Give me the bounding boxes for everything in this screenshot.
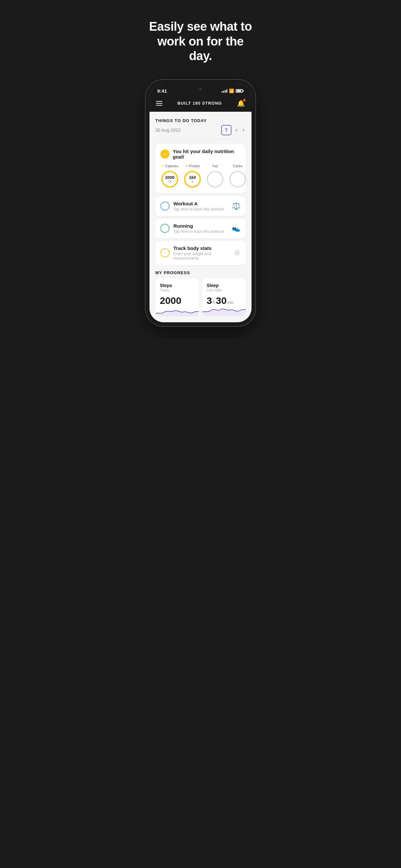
battery-body	[236, 89, 243, 93]
workout-icon: ⚖️	[232, 202, 241, 210]
task-sub-workout: Tap here to track this workout	[174, 207, 228, 212]
notifications-button[interactable]: 🔔	[237, 99, 245, 107]
wifi-icon: 📶	[229, 89, 234, 93]
task-circle-running	[160, 224, 169, 233]
notch-dot	[199, 87, 202, 90]
app-header: BUILT 180 STRONG 🔔	[150, 96, 251, 112]
steps-card: Steps Today 2000	[155, 278, 199, 316]
phone-screen: 9:41 📶	[150, 84, 251, 322]
task-name-stats: Track body stats	[174, 245, 229, 251]
sleep-sub: Last night	[207, 288, 241, 292]
progress-cards: Steps Today 2000	[155, 278, 246, 316]
task-circle-workout	[160, 202, 169, 211]
protein-value: 164	[189, 175, 196, 180]
status-bar: 9:41 📶	[150, 84, 251, 96]
task-circle-stats	[160, 248, 169, 257]
things-to-do-title: THINGS TO DO TODAY	[155, 118, 246, 123]
calories-label: ★ Calories	[161, 164, 178, 168]
today-button[interactable]: T	[221, 125, 232, 135]
task-body-stats[interactable]: Track body stats Enter your weight and m…	[155, 241, 246, 265]
nutrition-calories: ★ Calories 2000 cal	[160, 164, 179, 189]
calories-label-text: Calories	[165, 164, 178, 168]
protein-ring: 164 g	[183, 170, 202, 189]
task-sub-running: Tap here to track this workout	[174, 229, 228, 234]
svg-point-4	[207, 172, 223, 187]
calories-value: 2000	[165, 175, 175, 180]
protein-label: ★ Protein	[185, 164, 200, 168]
signal-bars-icon	[221, 89, 227, 93]
app-title: BUILT 180 STRONG	[178, 101, 222, 105]
sleep-card: Sleep Last night 3 h 30 min	[202, 278, 246, 316]
hamburger-menu[interactable]	[156, 101, 162, 105]
nutrition-carbs: Carbs	[228, 164, 247, 189]
hero-section: Easily see what to work on for the day.	[134, 0, 267, 80]
steps-sparkline	[155, 303, 199, 316]
task-workout-a[interactable]: Workout A Tap here to track this workout…	[155, 196, 246, 216]
hamburger-line-1	[156, 101, 162, 102]
app-content: THINGS TO DO TODAY 30 Aug 2022 T ‹ › ✓ Y…	[150, 112, 251, 322]
task-name-workout: Workout A	[174, 201, 228, 206]
status-time: 9:41	[157, 88, 167, 94]
sleep-sparkline-svg	[202, 303, 246, 316]
date-controls: T ‹ ›	[221, 125, 246, 135]
signal-bar-2	[223, 91, 224, 93]
protein-label-text: Protein	[189, 164, 200, 168]
nutrition-protein: ★ Protein 164 g	[183, 164, 202, 189]
sleep-sparkline	[202, 303, 246, 316]
signal-bar-3	[225, 90, 226, 93]
nutrition-fat: Fat	[206, 164, 224, 189]
next-day-button[interactable]: ›	[241, 125, 246, 135]
protein-star: ★	[185, 164, 188, 167]
task-running[interactable]: Running Tap here to track this workout 👟	[155, 219, 246, 238]
fat-label-text: Fat	[212, 164, 218, 168]
calories-ring: 2000 cal	[160, 170, 179, 189]
steps-sub: Today	[160, 288, 194, 292]
date-display: 30 Aug 2022	[155, 128, 181, 133]
fat-ring	[206, 170, 224, 189]
notification-badge	[243, 99, 246, 101]
hamburger-line-2	[156, 103, 162, 104]
notch	[181, 84, 220, 93]
carbs-ring-svg	[228, 170, 247, 189]
protein-unit: g	[189, 180, 196, 183]
task-info-running: Running Tap here to track this workout	[174, 223, 228, 234]
protein-value-inner: 164 g	[189, 175, 196, 183]
battery-fill	[237, 90, 241, 92]
hero-headline: Easily see what to work on for the day.	[134, 0, 267, 80]
calories-star: ★	[161, 164, 164, 167]
fat-label: Fat	[212, 164, 218, 168]
svg-point-5	[230, 172, 245, 187]
task-name-running: Running	[174, 223, 228, 228]
fat-ring-svg	[206, 170, 224, 189]
task-sub-stats: Enter your weight and measurements	[174, 252, 229, 260]
prev-day-button[interactable]: ‹	[234, 125, 239, 135]
carbs-label-text: Carbs	[233, 164, 242, 168]
nutrition-circles: ★ Calories 2000 cal	[160, 164, 241, 189]
battery-tip	[243, 90, 244, 92]
steps-sparkline-svg	[155, 303, 199, 316]
status-icons: 📶	[221, 89, 244, 93]
my-progress-title: MY PROGRESS	[155, 270, 246, 275]
signal-bar-1	[221, 91, 222, 93]
scale-icon: 🖥	[234, 249, 241, 257]
running-icon: 👟	[232, 224, 241, 232]
signal-bar-4	[226, 89, 227, 93]
nutrition-card: ✓ You hit your daily nutrition goal! ★ C…	[155, 144, 246, 193]
nutrition-goal-text: You hit your daily nutrition goal!	[173, 149, 241, 159]
sleep-title: Sleep	[207, 283, 241, 288]
steps-title: Steps	[160, 283, 194, 288]
hamburger-line-3	[156, 105, 162, 105]
date-row: 30 Aug 2022 T ‹ ›	[155, 125, 246, 140]
nutrition-check-icon: ✓	[160, 150, 169, 159]
phone-wrapper: 9:41 📶	[134, 80, 267, 339]
my-progress-section: MY PROGRESS Steps Today 2000	[155, 270, 246, 316]
nutrition-header: ✓ You hit your daily nutrition goal!	[160, 149, 241, 159]
calories-unit: cal	[165, 180, 175, 183]
task-info-workout: Workout A Tap here to track this workout	[174, 201, 228, 212]
battery-icon	[236, 89, 244, 93]
task-info-stats: Track body stats Enter your weight and m…	[174, 245, 229, 260]
carbs-ring	[228, 170, 247, 189]
calories-value-inner: 2000 cal	[165, 175, 175, 183]
phone-frame: 9:41 📶	[146, 80, 255, 326]
carbs-label: Carbs	[233, 164, 242, 168]
